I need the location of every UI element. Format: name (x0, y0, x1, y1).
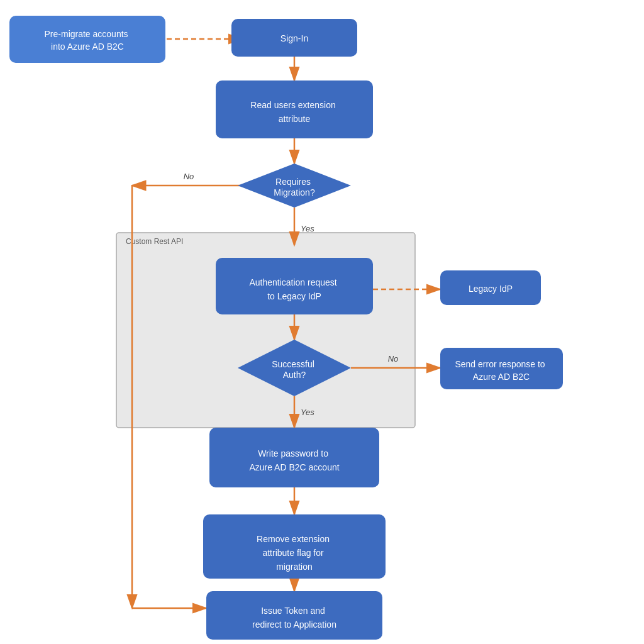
yes-label-migration: Yes (301, 224, 314, 233)
legacy-idp-text: Legacy IdP (469, 284, 513, 294)
custom-rest-api-label: Custom Rest API (126, 237, 183, 246)
sign-in-text: Sign-In (280, 33, 308, 43)
flowchart-diagram: Custom Rest API No Yes No Yes (0, 0, 644, 644)
no-label-top: No (184, 172, 194, 181)
pre-migrate-node (9, 16, 165, 63)
no-label-auth: No (388, 354, 399, 364)
yes-label-auth: Yes (301, 408, 314, 417)
requires-migration-text: Requires Migration? (274, 177, 315, 197)
